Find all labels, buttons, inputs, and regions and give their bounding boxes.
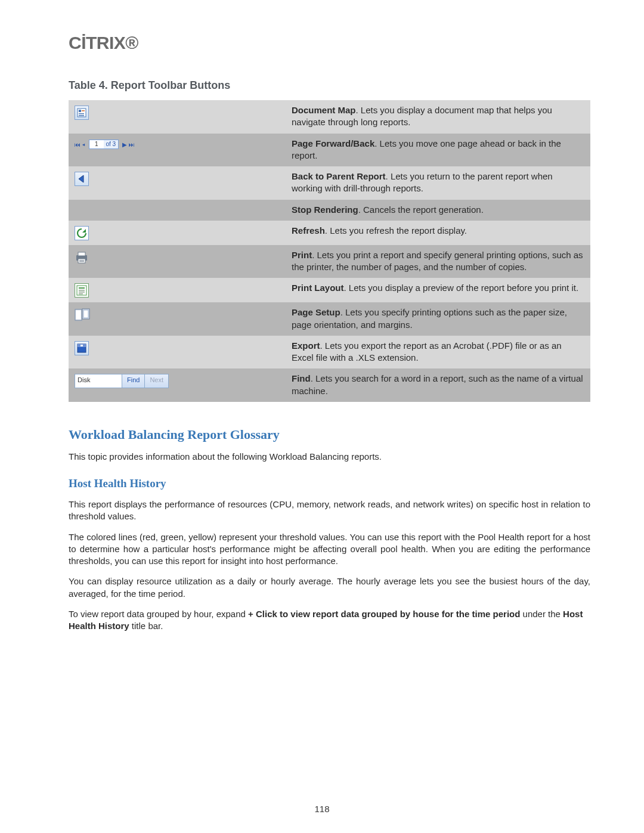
table-row: Export. Lets you export the report as an… bbox=[69, 336, 590, 369]
table-row: Page Setup. Lets you specify printing op… bbox=[69, 302, 590, 336]
body-paragraph: To view report data grouped by hour, exp… bbox=[69, 608, 590, 633]
svg-rect-18 bbox=[83, 310, 88, 318]
pager-page: 1 bbox=[89, 140, 104, 148]
page-number: 118 bbox=[0, 804, 644, 814]
term: Print bbox=[292, 250, 312, 260]
svg-rect-2 bbox=[82, 110, 85, 112]
desc: . Lets you export the report as an Acrob… bbox=[292, 340, 562, 363]
pager-right: ▶ ⏭ bbox=[122, 141, 135, 149]
find-bar-icon: Disk Find Next bbox=[75, 374, 169, 388]
table-caption: Table 4. Report Toolbar Buttons bbox=[69, 79, 590, 92]
table-row: Print. Lets you print a report and speci… bbox=[69, 245, 590, 278]
print-icon bbox=[75, 250, 89, 265]
svg-rect-4 bbox=[79, 115, 84, 116]
section-heading: Workload Balancing Report Glossary bbox=[69, 427, 590, 442]
svg-rect-8 bbox=[79, 260, 84, 261]
table-row: ⏮ ◀ 1of 3 ▶ ⏭ Page Forward/Back. Lets yo… bbox=[69, 134, 590, 167]
term: Page Forward/Back bbox=[292, 138, 374, 148]
body-text: To view report data grouped by hour, exp… bbox=[69, 609, 248, 619]
subsection-heading: Host Health History bbox=[69, 477, 590, 490]
page-setup-icon bbox=[75, 308, 90, 322]
svg-rect-11 bbox=[79, 287, 85, 289]
body-bold: + Click to view report data grouped by h… bbox=[248, 609, 520, 619]
body-paragraph: You can display resource utilization as … bbox=[69, 575, 590, 600]
pager-left: ⏮ ◀ bbox=[75, 141, 85, 149]
page: CİTRIX® Table 4. Report Toolbar Buttons … bbox=[0, 0, 644, 833]
svg-rect-6 bbox=[78, 252, 85, 256]
term: Refresh bbox=[292, 225, 325, 236]
body-text: title bar. bbox=[129, 621, 163, 631]
term: Back to Parent Report bbox=[292, 171, 386, 181]
document-map-icon bbox=[75, 106, 89, 120]
svg-rect-3 bbox=[79, 113, 84, 114]
table-row: Back to Parent Report. Lets you return t… bbox=[69, 166, 590, 200]
desc: . Cancels the report generation. bbox=[358, 205, 484, 215]
body-text: under the bbox=[520, 609, 563, 619]
svg-rect-21 bbox=[80, 345, 83, 346]
logo-text: CİTRIX bbox=[69, 33, 125, 52]
refresh-icon bbox=[75, 226, 89, 240]
pager-of: of 3 bbox=[104, 140, 118, 148]
desc: . Lets you print a report and specify ge… bbox=[292, 250, 583, 272]
term: Export bbox=[292, 340, 320, 351]
export-icon bbox=[75, 341, 89, 355]
find-button-label: Find bbox=[122, 374, 144, 388]
table-row: Print Layout. Lets you display a preview… bbox=[69, 278, 590, 302]
find-input: Disk bbox=[75, 374, 122, 388]
desc: . Lets you refresh the report display. bbox=[325, 225, 467, 236]
term: Print Layout bbox=[292, 283, 344, 293]
table-row: Stop Rendering. Cancels the report gener… bbox=[69, 200, 590, 221]
term: Page Setup bbox=[292, 307, 340, 317]
desc: . Lets you search for a word in a report… bbox=[292, 373, 583, 395]
svg-rect-9 bbox=[79, 261, 84, 262]
table-row: Refresh. Lets you refresh the report dis… bbox=[69, 221, 590, 245]
desc: . Lets you display a preview of the repo… bbox=[344, 283, 579, 293]
back-to-parent-icon bbox=[75, 172, 89, 186]
report-toolbar-table: Document Map. Lets you display a documen… bbox=[69, 100, 590, 402]
intro-paragraph: This topic provides information about th… bbox=[69, 451, 590, 463]
table-row: Disk Find Next Find. Lets you search for… bbox=[69, 368, 590, 402]
svg-rect-15 bbox=[75, 309, 82, 320]
body-paragraph: This report displays the performance of … bbox=[69, 498, 590, 523]
citrix-logo: CİTRIX® bbox=[69, 33, 590, 53]
term: Document Map bbox=[292, 105, 356, 115]
print-layout-icon bbox=[75, 283, 89, 298]
table-row: Document Map. Lets you display a documen… bbox=[69, 100, 590, 134]
term: Stop Rendering bbox=[292, 205, 358, 215]
svg-rect-14 bbox=[79, 293, 83, 295]
body-paragraph: The colored lines (red, green, yellow) r… bbox=[69, 531, 590, 568]
svg-rect-12 bbox=[79, 290, 85, 291]
term: Find bbox=[292, 373, 311, 383]
svg-rect-13 bbox=[79, 292, 85, 293]
svg-rect-7 bbox=[78, 259, 85, 263]
find-next-label: Next bbox=[144, 374, 168, 388]
svg-rect-1 bbox=[79, 110, 81, 112]
page-forward-back-icon: ⏮ ◀ 1of 3 ▶ ⏭ bbox=[75, 140, 135, 149]
